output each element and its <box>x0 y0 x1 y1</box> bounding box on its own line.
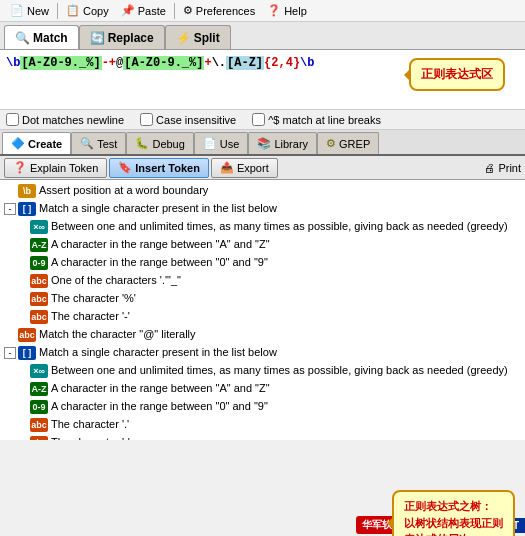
tree-item-text: The character '%' <box>51 291 521 306</box>
create-icon: 🔷 <box>11 137 25 150</box>
test-icon: 🔍 <box>80 137 94 150</box>
explain-label: Explain Token <box>30 162 98 174</box>
tree-toggle[interactable]: - <box>4 347 16 359</box>
tree-row: abcThe character '-' <box>0 308 525 326</box>
explain-token-button[interactable]: ❓ Explain Token <box>4 158 107 178</box>
tree-badge: [ ] <box>18 346 36 360</box>
regex-part-3: -+ <box>102 56 116 70</box>
debug-icon: 🐛 <box>135 137 149 150</box>
dot-newline-checkbox[interactable] <box>6 113 19 126</box>
case-insensitive-checkbox[interactable] <box>140 113 153 126</box>
tree-row: -[ ]Match a single character present in … <box>0 344 525 362</box>
tree-item-text: A character in the range between "A" and… <box>51 381 521 396</box>
regex-part-7: \. <box>212 56 226 70</box>
tree-badge: 0-9 <box>30 400 48 414</box>
tab-replace[interactable]: 🔄 Replace <box>79 25 165 49</box>
tree-badge: abc <box>30 292 48 306</box>
regex-part-5: [A-Z0-9._%] <box>123 56 204 70</box>
tree-item-text: One of the characters '.'"_" <box>51 273 521 288</box>
tree-toggle[interactable]: - <box>4 203 16 215</box>
sub-toolbar: ❓ Explain Token 🔖 Insert Token 📤 Export … <box>0 156 525 180</box>
tree-badge: A-Z <box>30 382 48 396</box>
tree-item-text: Match the character "@" literally <box>39 327 521 342</box>
tree-tooltip: 正则表达式之树：以树状结构表现正则表达式的层次 <box>392 490 515 536</box>
tree-row: \bAssert position at a word boundary <box>0 182 525 200</box>
caret-match-label: ^$ match at line breaks <box>268 114 381 126</box>
insert-label: Insert Token <box>135 162 200 174</box>
caret-match-checkbox[interactable] <box>252 113 265 126</box>
tab-bar: 🔍 Match 🔄 Replace ⚡ Split <box>0 22 525 50</box>
help-button[interactable]: ❓ Help <box>261 3 313 18</box>
tree-item-text: A character in the range between "0" and… <box>51 399 521 414</box>
tree-badge: abc <box>30 418 48 432</box>
preferences-button[interactable]: ⚙ Preferences <box>177 3 261 18</box>
dot-newline-option[interactable]: Dot matches newline <box>6 113 124 126</box>
tree-item-text: Match a single character present in the … <box>39 201 521 216</box>
export-icon: 📤 <box>220 161 234 174</box>
fn-tab-library-label: Library <box>274 138 308 150</box>
tab-split-label: Split <box>194 31 220 45</box>
function-tabs: 🔷 Create 🔍 Test 🐛 Debug 📄 Use 📚 Library … <box>0 130 525 156</box>
split-icon: ⚡ <box>176 31 191 45</box>
export-button[interactable]: 📤 Export <box>211 158 278 178</box>
replace-icon: 🔄 <box>90 31 105 45</box>
fn-tab-use[interactable]: 📄 Use <box>194 132 249 154</box>
fn-tab-use-label: Use <box>220 138 240 150</box>
tree-row: -[ ]Match a single character present in … <box>0 200 525 218</box>
regex-area: \b [A-Z0-9._%] -+ @ [A-Z0-9._%] + \. [A-… <box>0 50 525 110</box>
fn-tab-library[interactable]: 📚 Library <box>248 132 317 154</box>
tab-match[interactable]: 🔍 Match <box>4 25 79 49</box>
dot-newline-label: Dot matches newline <box>22 114 124 126</box>
help-icon: ❓ <box>267 4 281 17</box>
new-button[interactable]: 📄 New <box>4 3 55 18</box>
tree-row: A-ZA character in the range between "A" … <box>0 380 525 398</box>
regex-part-9: {2,4} <box>264 56 300 70</box>
fn-tab-grep-label: GREP <box>339 138 370 150</box>
paste-label: Paste <box>138 5 166 17</box>
match-icon: 🔍 <box>15 31 30 45</box>
tree-badge: abc <box>30 274 48 288</box>
tab-replace-label: Replace <box>108 31 154 45</box>
regex-part-10: \b <box>300 56 314 70</box>
insert-icon: 🔖 <box>118 161 132 174</box>
use-icon: 📄 <box>203 137 217 150</box>
regex-part-6: + <box>204 56 211 70</box>
library-icon: 📚 <box>257 137 271 150</box>
tree-badge: abc <box>30 310 48 324</box>
preferences-icon: ⚙ <box>183 4 193 17</box>
insert-token-button[interactable]: 🔖 Insert Token <box>109 158 209 178</box>
regex-part-4: @ <box>116 56 123 70</box>
tree-item-text: The character '-' <box>51 435 521 440</box>
fn-tab-test[interactable]: 🔍 Test <box>71 132 126 154</box>
options-bar: Dot matches newline Case insensitive ^$ … <box>0 110 525 130</box>
tree-item-text: A character in the range between "0" and… <box>51 255 521 270</box>
fn-tab-debug[interactable]: 🐛 Debug <box>126 132 193 154</box>
paste-button[interactable]: 📌 Paste <box>115 3 172 18</box>
tree-item-text: Between one and unlimited times, as many… <box>51 219 521 234</box>
case-insensitive-option[interactable]: Case insensitive <box>140 113 236 126</box>
tree-badge: [ ] <box>18 202 36 216</box>
tree-content: \bAssert position at a word boundary-[ ]… <box>0 180 525 440</box>
new-icon: 📄 <box>10 4 24 17</box>
fn-tab-test-label: Test <box>97 138 117 150</box>
caret-match-option[interactable]: ^$ match at line breaks <box>252 113 381 126</box>
print-icon: 🖨 <box>484 162 495 174</box>
tree-item-text: Match a single character present in the … <box>39 345 521 360</box>
copy-button[interactable]: 📋 Copy <box>60 3 115 18</box>
regex-area-tooltip: 正则表达式区 <box>409 58 505 91</box>
tree-item-text: Between one and unlimited times, as many… <box>51 363 521 378</box>
print-button[interactable]: 🖨 Print <box>484 162 521 174</box>
tree-row: abcThe character '.' <box>0 416 525 434</box>
fn-tab-create[interactable]: 🔷 Create <box>2 132 71 154</box>
copy-icon: 📋 <box>66 4 80 17</box>
fn-tab-grep[interactable]: ⚙ GREP <box>317 132 379 154</box>
tab-split[interactable]: ⚡ Split <box>165 25 231 49</box>
regex-part-1: \b <box>6 56 20 70</box>
tree-container: \bAssert position at a word boundary-[ ]… <box>0 180 525 440</box>
tree-row: abcThe character '%' <box>0 290 525 308</box>
tree-badge: ×∞ <box>30 220 48 234</box>
tree-badge: A-Z <box>30 238 48 252</box>
tree-row: A-ZA character in the range between "A" … <box>0 236 525 254</box>
tree-badge: abc <box>30 436 48 440</box>
tree-item-text: The character '.' <box>51 417 521 432</box>
